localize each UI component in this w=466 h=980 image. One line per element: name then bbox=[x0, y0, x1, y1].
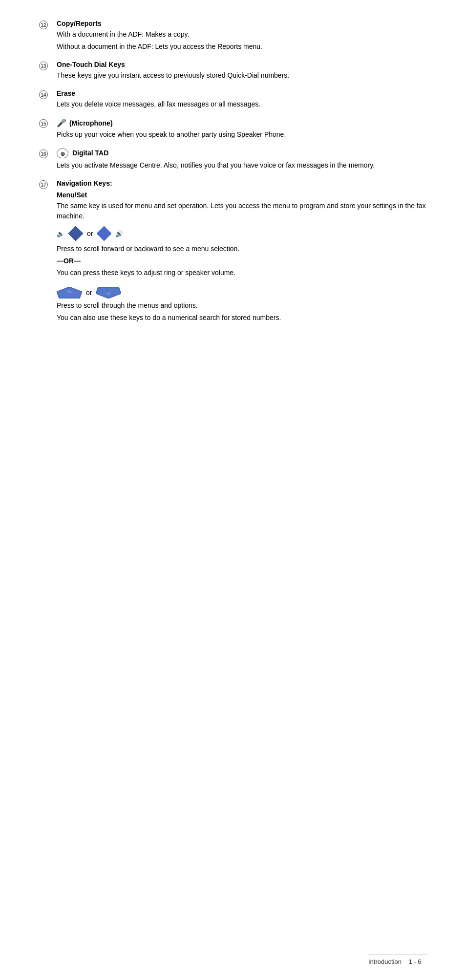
footer-divider bbox=[368, 955, 427, 955]
section-text-15-0: Picks up your voice when you speak to an… bbox=[57, 129, 427, 140]
section-text-17-0: The same key is used for menu and set op… bbox=[57, 201, 427, 221]
section-title-12: Copy/Reports bbox=[57, 20, 427, 27]
nav-row-arrows: or bbox=[57, 287, 121, 298]
microphone-icon: 🎤 bbox=[57, 119, 66, 127]
section-text-nav1-1: Press to scroll forward or backward to s… bbox=[57, 244, 427, 254]
page-footer: Introduction 1 - 6 bbox=[368, 955, 427, 965]
section-text-12-1: Without a document in the ADF: Lets you … bbox=[57, 42, 427, 52]
section-body-15: 🎤 (Microphone) Picks up your voice when … bbox=[57, 118, 427, 142]
section-15: 15 🎤 (Microphone) Picks up your voice wh… bbox=[39, 118, 427, 142]
section-title-17: Navigation Keys: bbox=[57, 179, 427, 187]
tad-icon: ◎ bbox=[57, 149, 68, 158]
section-title-15: 🎤 (Microphone) bbox=[57, 118, 427, 128]
section-body-13: One-Touch Dial Keys These keys give you … bbox=[57, 61, 427, 83]
right-diamond-button bbox=[96, 225, 112, 242]
section-number-12: 12 bbox=[39, 20, 57, 29]
section-text-nav2-1: Press to scroll through the menus and op… bbox=[57, 300, 427, 311]
svg-marker-0 bbox=[68, 226, 83, 241]
section-14: 14 Erase Lets you delete voice messages,… bbox=[39, 89, 427, 111]
section-title-16: ◎ Digital TAD bbox=[57, 149, 427, 158]
section-text-nav2-2: You can also use these keys to do a nume… bbox=[57, 313, 427, 323]
footer-page: 1 - 6 bbox=[408, 958, 421, 965]
section-16: 16 ◎ Digital TAD Lets you activate Messa… bbox=[39, 149, 427, 172]
section-text-14-0: Lets you delete voice messages, all fax … bbox=[57, 99, 427, 109]
section-17: 17 Navigation Keys: Menu/Set The same ke… bbox=[39, 179, 427, 325]
svg-marker-1 bbox=[97, 226, 111, 241]
section-text-16-0: Lets you activate Message Centre. Also, … bbox=[57, 160, 427, 170]
speaker-right-icon: 🔊 bbox=[115, 230, 123, 237]
section-number-15: 15 bbox=[39, 118, 57, 128]
section-number-13: 13 bbox=[39, 61, 57, 70]
or-label-1: or bbox=[87, 230, 93, 237]
section-body-14: Erase Lets you delete voice messages, al… bbox=[57, 89, 427, 111]
section-12: 12 Copy/Reports With a document in the A… bbox=[39, 20, 427, 54]
section-text-12-0: With a document in the ADF: Makes a copy… bbox=[57, 29, 427, 40]
up-arrow-button bbox=[57, 287, 82, 298]
section-body-12: Copy/Reports With a document in the ADF:… bbox=[57, 20, 427, 54]
section-body-16: ◎ Digital TAD Lets you activate Message … bbox=[57, 149, 427, 172]
or-separator: —OR— bbox=[57, 257, 427, 265]
speaker-left-icon: 🔈 bbox=[57, 230, 64, 237]
nav-row-diamonds: 🔈 or 🔊 bbox=[57, 225, 427, 242]
left-diamond-button bbox=[67, 225, 84, 242]
footer-text: Introduction bbox=[368, 958, 402, 965]
section-13: 13 One-Touch Dial Keys These keys give y… bbox=[39, 61, 427, 83]
section-number-14: 14 bbox=[39, 89, 57, 99]
section-title-14: Erase bbox=[57, 89, 427, 97]
section-title-13: One-Touch Dial Keys bbox=[57, 61, 427, 68]
section-text-13-0: These keys give you instant access to pr… bbox=[57, 70, 427, 81]
down-arrow-button bbox=[96, 287, 121, 298]
section-text-nav1-2: You can press these keys to adjust ring … bbox=[57, 268, 427, 278]
section-number-17: 17 bbox=[39, 179, 57, 189]
section-number-16: 16 bbox=[39, 149, 57, 158]
section-body-17: Navigation Keys: Menu/Set The same key i… bbox=[57, 179, 427, 325]
subsection-title-menuset: Menu/Set bbox=[57, 191, 427, 199]
or-label-2: or bbox=[86, 289, 92, 297]
